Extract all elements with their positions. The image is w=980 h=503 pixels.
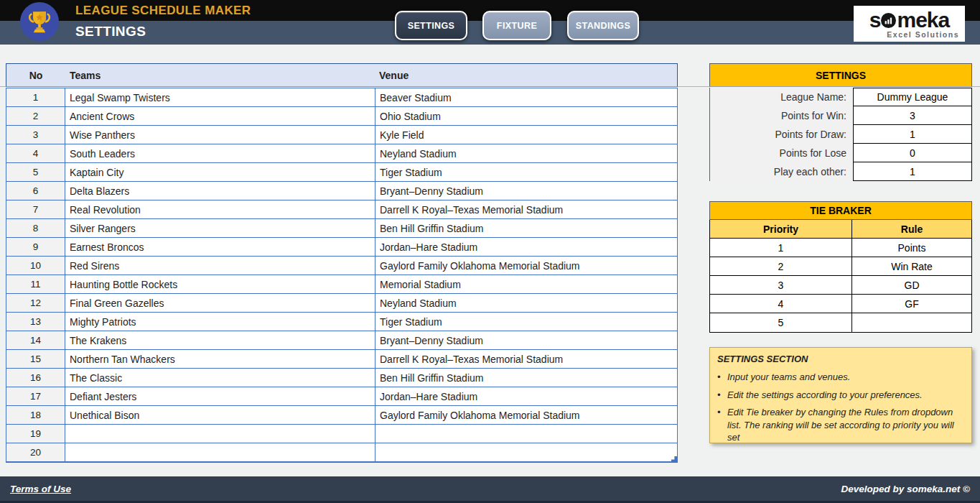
venue-cell[interactable]: Bryant–Denny Stadium — [375, 182, 677, 200]
settings-field-value[interactable]: Dummy League — [853, 88, 972, 106]
rule-cell[interactable]: GF — [852, 295, 971, 313]
venue-cell[interactable]: Kyle Field — [375, 126, 677, 144]
venue-cell[interactable]: Memorial Stadium — [375, 275, 677, 293]
venue-cell[interactable]: Beaver Stadium — [375, 88, 677, 106]
venue-cell[interactable]: Ben Hill Griffin Stadium — [375, 369, 677, 387]
tiebreaker-row: 3GD — [710, 276, 971, 295]
team-cell[interactable]: The Classic — [65, 369, 375, 387]
team-cell[interactable]: Silver Rangers — [65, 219, 375, 237]
venue-cell[interactable]: Bryant–Denny Stadium — [375, 331, 677, 349]
team-cell[interactable]: Real Revolution — [65, 200, 375, 218]
venue-cell[interactable]: Neyland Stadium — [375, 144, 677, 162]
row-number-cell: 18 — [6, 406, 65, 424]
priority-cell[interactable]: 5 — [710, 313, 852, 332]
table-row: 1Legal Swamp TwistersBeaver Stadium — [6, 88, 677, 107]
nav-button-settings[interactable]: SETTINGS — [395, 11, 467, 40]
row-number-cell: 5 — [6, 163, 65, 181]
page-title: SETTINGS — [75, 24, 146, 40]
team-cell[interactable]: Delta Blazers — [65, 182, 375, 200]
table-row: 9Earnest BroncosJordan–Hare Stadium — [6, 238, 677, 257]
row-number-cell: 14 — [6, 331, 65, 349]
venue-cell[interactable]: Ohio Stadium — [375, 107, 677, 125]
row-number-cell: 15 — [6, 350, 65, 368]
tiebreaker-row: 4GF — [710, 295, 971, 313]
team-cell[interactable]: The Krakens — [65, 331, 375, 349]
bullet-text: Edit Tie breaker by changing the Rules f… — [727, 406, 964, 444]
team-cell[interactable]: Final Green Gazelles — [65, 294, 375, 312]
infobox-bullet: •Edit the settings according to your pre… — [717, 389, 964, 402]
row-number-cell: 1 — [6, 88, 65, 106]
developer-credit: Developed by someka.net © — [841, 484, 970, 494]
rule-cell[interactable] — [852, 313, 971, 332]
venue-cell[interactable]: Darrell K Royal–Texas Memorial Stadium — [375, 200, 677, 218]
table-row: 4South LeadersNeyland Stadium — [6, 144, 677, 163]
logo-tagline: Excel Solutions — [854, 30, 965, 40]
team-cell[interactable]: Wise Panthers — [65, 126, 375, 144]
settings-field-value[interactable]: 3 — [853, 106, 972, 125]
column-header-no: No — [6, 70, 65, 81]
table-row: 6Delta BlazersBryant–Denny Stadium — [6, 182, 677, 200]
tiebreaker-row: 1Points — [710, 239, 971, 257]
team-cell[interactable] — [65, 425, 375, 443]
priority-cell[interactable]: 1 — [710, 239, 852, 257]
nav-button-fixture[interactable]: FIXTURE — [482, 11, 551, 40]
team-cell[interactable]: Legal Swamp Twisters — [65, 88, 375, 106]
row-number-cell: 13 — [6, 313, 65, 331]
venue-cell[interactable]: Ben Hill Griffin Stadium — [375, 219, 677, 237]
team-cell[interactable]: Mighty Patriots — [65, 313, 375, 331]
venue-cell[interactable]: Jordan–Hare Stadium — [375, 238, 677, 256]
terms-of-use-link[interactable]: Terms of Use — [10, 484, 71, 494]
priority-cell[interactable]: 2 — [710, 257, 852, 275]
priority-cell[interactable]: 4 — [710, 295, 852, 313]
team-cell[interactable]: South Leaders — [65, 144, 375, 162]
team-cell[interactable] — [65, 443, 375, 461]
rule-cell[interactable]: GD — [852, 276, 971, 294]
table-row: 13Mighty PatriotsTiger Stadium — [6, 313, 677, 331]
trophy-icon — [20, 2, 59, 41]
nav-button-standings[interactable]: STANDINGS — [567, 11, 639, 40]
team-cell[interactable]: Defiant Jesters — [65, 387, 375, 405]
row-number-cell: 12 — [6, 294, 65, 312]
row-number-cell: 11 — [6, 275, 65, 293]
settings-field-value[interactable]: 1 — [853, 162, 972, 181]
team-cell[interactable]: Kaptain City — [65, 163, 375, 181]
venue-cell[interactable]: Neyland Stadium — [375, 294, 677, 312]
table-row: 2Ancient CrowsOhio Stadium — [6, 107, 677, 126]
teams-table-header: No Teams Venue — [6, 63, 678, 87]
venue-cell[interactable]: Darrell K Royal–Texas Memorial Stadium — [375, 350, 677, 368]
priority-cell[interactable]: 3 — [710, 276, 852, 294]
settings-field-value[interactable]: 1 — [853, 125, 972, 144]
tiebreaker-column-priority: Priority — [710, 220, 852, 238]
team-cell[interactable]: Northern Tan Whackers — [65, 350, 375, 368]
settings-field-value[interactable]: 0 — [853, 144, 972, 162]
venue-cell[interactable]: Gaylord Family Oklahoma Memorial Stadium — [375, 406, 677, 424]
row-number-cell: 8 — [6, 219, 65, 237]
settings-panel-title: SETTINGS — [709, 63, 972, 87]
team-cell[interactable]: Ancient Crows — [65, 107, 375, 125]
venue-cell[interactable] — [375, 443, 677, 461]
table-row: 14The KrakensBryant–Denny Stadium — [6, 331, 677, 350]
table-row: 5Kaptain CityTiger Stadium — [6, 163, 677, 182]
team-cell[interactable]: Unethical Bison — [65, 406, 375, 424]
rule-cell[interactable]: Points — [852, 239, 971, 257]
row-number-cell: 9 — [6, 238, 65, 256]
bullet-dot: • — [717, 406, 727, 444]
row-number-cell: 20 — [6, 443, 65, 461]
venue-cell[interactable]: Gaylord Family Oklahoma Memorial Stadium — [375, 257, 677, 274]
venue-cell[interactable]: Tiger Stadium — [375, 163, 677, 181]
team-cell[interactable]: Red Sirens — [65, 257, 375, 274]
rule-cell[interactable]: Win Rate — [852, 257, 971, 275]
team-cell[interactable]: Earnest Broncos — [65, 238, 375, 256]
logo-chart-icon — [881, 13, 896, 28]
row-number-cell: 7 — [6, 200, 65, 218]
venue-cell[interactable]: Tiger Stadium — [375, 313, 677, 331]
app-title: LEAGUE SCHEDULE MAKER — [75, 4, 251, 18]
settings-field: League Name:Dummy League — [710, 88, 972, 106]
row-number-cell: 17 — [6, 387, 65, 405]
venue-cell[interactable]: Jordan–Hare Stadium — [375, 387, 677, 405]
venue-cell[interactable] — [375, 425, 677, 443]
column-header-teams: Teams — [65, 70, 375, 81]
tiebreaker-panel-title: TIE BRAKER — [709, 201, 972, 220]
table-row: 17Defiant JestersJordan–Hare Stadium — [6, 387, 677, 406]
team-cell[interactable]: Haunting Bottle Rockets — [65, 275, 375, 293]
